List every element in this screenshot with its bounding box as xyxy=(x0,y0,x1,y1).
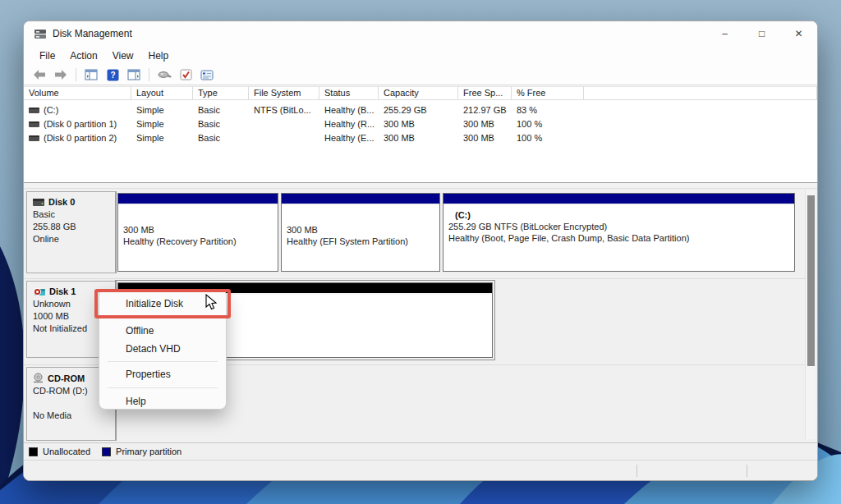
vertical-scrollbar[interactable] xyxy=(805,190,816,439)
row-divider xyxy=(24,278,806,279)
partition-c[interactable]: (C:) 255.29 GB NTFS (BitLocker Encrypted… xyxy=(443,193,795,272)
volume-icon xyxy=(29,108,39,113)
disk-icon xyxy=(33,199,44,206)
volume-row-c[interactable]: (C:) Simple Basic NTFS (BitLo... Healthy… xyxy=(24,103,817,117)
menu-separator xyxy=(108,318,218,318)
menu-bar: File Action View Help xyxy=(24,46,817,65)
toolbar: ? xyxy=(24,65,817,85)
status-separator xyxy=(747,465,747,477)
disk0-status: Online xyxy=(33,234,115,244)
menu-item-detach-vhd[interactable]: Detach VHD xyxy=(99,340,226,358)
disk1-name: Disk 1 xyxy=(49,286,76,296)
legend-unallocated: Unallocated xyxy=(29,447,90,456)
disk-management-app-icon xyxy=(34,27,47,40)
window-title: Disk Management xyxy=(53,28,132,39)
toolbar-separator xyxy=(149,68,149,81)
svg-text:?: ? xyxy=(110,71,115,80)
menu-action[interactable]: Action xyxy=(62,48,104,63)
col-file-system[interactable]: File System xyxy=(249,86,319,100)
volume-list-pane: Volume Layout Type File System Status Ca… xyxy=(24,86,817,182)
volume-table-header: Volume Layout Type File System Status Ca… xyxy=(24,86,817,100)
maximize-icon[interactable]: □ xyxy=(743,21,780,46)
menu-separator xyxy=(108,361,218,362)
col-pct-free[interactable]: % Free xyxy=(512,86,584,100)
disk0-type: Basic xyxy=(33,209,115,219)
menu-file[interactable]: File xyxy=(32,48,62,63)
menu-help[interactable]: Help xyxy=(141,48,177,63)
partition-color-bar xyxy=(118,194,278,205)
partition-color-bar xyxy=(443,194,794,205)
volume-icon xyxy=(29,135,39,141)
legend-bar: Unallocated Primary partition xyxy=(24,442,817,460)
col-layout[interactable]: Layout xyxy=(131,86,193,100)
minimize-icon[interactable]: – xyxy=(706,21,743,46)
pane-splitter[interactable] xyxy=(24,182,817,189)
mouse-cursor xyxy=(205,294,218,312)
volume-row-partition1[interactable]: (Disk 0 partition 1) Simple Basic Health… xyxy=(24,117,817,131)
toolbar-separator xyxy=(76,68,76,81)
unallocated-swatch xyxy=(29,447,38,456)
back-icon[interactable] xyxy=(30,66,48,83)
status-bar xyxy=(24,460,817,481)
disk0-size: 255.88 GB xyxy=(33,222,115,231)
menu-item-help[interactable]: Help xyxy=(99,392,226,410)
col-volume[interactable]: Volume xyxy=(24,86,131,100)
rescan-disks-icon[interactable] xyxy=(155,66,173,83)
title-bar[interactable]: Disk Management – □ ✕ xyxy=(24,21,817,46)
partition-c-label: (C:) xyxy=(448,210,789,220)
disk0-name: Disk 0 xyxy=(48,197,75,207)
cdrom-media: No Media xyxy=(33,410,115,420)
partition-recovery[interactable]: 300 MB Healthy (Recovery Partition) xyxy=(117,193,278,272)
close-icon[interactable]: ✕ xyxy=(780,21,817,46)
properties-icon[interactable] xyxy=(198,66,216,83)
col-capacity[interactable]: Capacity xyxy=(379,86,458,100)
forward-icon[interactable] xyxy=(52,66,70,83)
col-status[interactable]: Status xyxy=(319,86,379,100)
checklist-icon[interactable] xyxy=(177,66,195,83)
primary-partition-swatch xyxy=(102,447,111,456)
col-empty xyxy=(584,86,817,100)
status-separator xyxy=(636,465,637,477)
partition-color-bar xyxy=(282,194,439,205)
disk0-info-cell[interactable]: Disk 0 Basic 255.88 GB Online xyxy=(26,191,117,273)
console-tree-icon[interactable] xyxy=(82,66,100,83)
cd-rom-icon xyxy=(33,373,44,383)
help-icon[interactable]: ? xyxy=(103,66,122,83)
volume-row-partition2[interactable]: (Disk 0 partition 2) Simple Basic Health… xyxy=(24,131,817,144)
menu-item-properties[interactable]: Properties xyxy=(99,365,226,383)
action-pane-icon[interactable] xyxy=(125,66,143,83)
menu-item-offline[interactable]: Offline xyxy=(99,322,226,340)
scrollbar-thumb[interactable] xyxy=(807,195,815,366)
menu-view[interactable]: View xyxy=(105,48,141,63)
cdrom-name: CD-ROM xyxy=(48,373,85,383)
col-free-space[interactable]: Free Sp... xyxy=(458,86,512,100)
partition-efi[interactable]: 300 MB Healthy (EFI System Partition) xyxy=(281,193,440,272)
unknown-disk-icon xyxy=(33,287,45,296)
col-type[interactable]: Type xyxy=(193,86,249,100)
menu-separator xyxy=(108,387,218,388)
volume-icon xyxy=(29,121,39,127)
legend-primary-partition: Primary partition xyxy=(102,447,182,456)
disk-management-window: Disk Management – □ ✕ File Action View H… xyxy=(23,21,818,481)
